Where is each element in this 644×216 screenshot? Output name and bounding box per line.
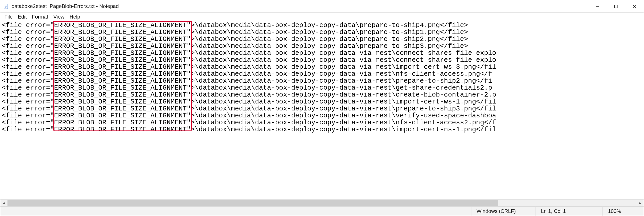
menu-file[interactable]: File (2, 13, 15, 20)
scroll-thumb[interactable] (7, 200, 498, 206)
text-line: <file error="ERROR_BLOB_OR_FILE_SIZE_ALI… (2, 119, 642, 126)
chevron-right-icon: ▸ (639, 201, 641, 205)
close-button[interactable] (625, 0, 644, 12)
text-line: <file error="ERROR_BLOB_OR_FILE_SIZE_ALI… (2, 91, 642, 98)
editor-viewport: <file error="ERROR_BLOB_OR_FILE_SIZE_ALI… (0, 21, 644, 199)
maximize-button[interactable] (607, 0, 625, 12)
status-bar: Windows (CRLF) Ln 1, Col 1 100% (0, 206, 644, 216)
text-line: <file error="ERROR_BLOB_OR_FILE_SIZE_ALI… (2, 84, 642, 91)
text-line: <file error="ERROR_BLOB_OR_FILE_SIZE_ALI… (2, 112, 642, 119)
scroll-track[interactable] (7, 200, 637, 206)
text-line: <file error="ERROR_BLOB_OR_FILE_SIZE_ALI… (2, 77, 642, 84)
text-line: <file error="ERROR_BLOB_OR_FILE_SIZE_ALI… (2, 71, 642, 77)
text-line: <file error="ERROR_BLOB_OR_FILE_SIZE_ALI… (2, 126, 642, 133)
scroll-right-button[interactable]: ▸ (637, 200, 644, 206)
menu-view[interactable]: View (51, 13, 67, 20)
text-line: <file error="ERROR_BLOB_OR_FILE_SIZE_ALI… (2, 50, 642, 57)
notepad-icon (3, 4, 9, 9)
maximize-icon (614, 5, 618, 8)
text-line: <file error="ERROR_BLOB_OR_FILE_SIZE_ALI… (2, 36, 642, 43)
text-line: <file error="ERROR_BLOB_OR_FILE_SIZE_ALI… (2, 98, 642, 105)
window-title: databoxe2etest_PageBlob-Errors.txt - Not… (12, 3, 119, 9)
text-line: <file error="ERROR_BLOB_OR_FILE_SIZE_ALI… (2, 105, 642, 112)
svg-rect-6 (615, 5, 617, 8)
status-caret-position: Ln 1, Col 1 (536, 207, 603, 216)
minimize-icon (596, 5, 599, 8)
close-icon (633, 5, 636, 8)
chevron-left-icon: ◂ (3, 201, 5, 205)
scroll-left-button[interactable]: ◂ (0, 200, 7, 206)
text-line: <file error="ERROR_BLOB_OR_FILE_SIZE_ALI… (2, 43, 642, 50)
notepad-window: databoxe2etest_PageBlob-Errors.txt - Not… (0, 0, 644, 216)
text-line: <file error="ERROR_BLOB_OR_FILE_SIZE_ALI… (2, 29, 642, 36)
status-line-ending: Windows (CRLF) (471, 207, 536, 216)
menu-bar: File Edit Format View Help (0, 13, 644, 21)
svg-rect-0 (4, 4, 8, 9)
minimize-button[interactable] (588, 0, 607, 12)
window-controls (588, 0, 644, 12)
menu-edit[interactable]: Edit (15, 13, 29, 20)
status-zoom: 100% (603, 207, 644, 216)
horizontal-scrollbar[interactable]: ◂ ▸ (0, 199, 644, 206)
menu-help[interactable]: Help (67, 13, 83, 20)
text-line: <file error="ERROR_BLOB_OR_FILE_SIZE_ALI… (2, 64, 642, 71)
text-line: <file error="ERROR_BLOB_OR_FILE_SIZE_ALI… (2, 57, 642, 64)
text-editor[interactable]: <file error="ERROR_BLOB_OR_FILE_SIZE_ALI… (0, 21, 644, 199)
text-line: <file error="ERROR_BLOB_OR_FILE_SIZE_ALI… (2, 22, 642, 29)
title-bar[interactable]: databoxe2etest_PageBlob-Errors.txt - Not… (0, 0, 644, 13)
menu-format[interactable]: Format (29, 13, 51, 20)
